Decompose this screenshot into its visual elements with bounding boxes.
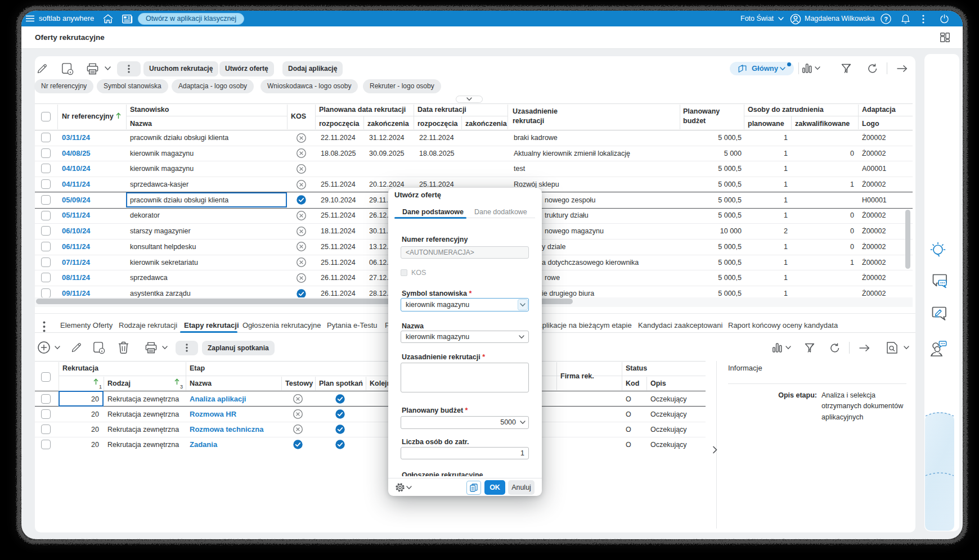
svg-text:?: ? xyxy=(884,16,888,22)
